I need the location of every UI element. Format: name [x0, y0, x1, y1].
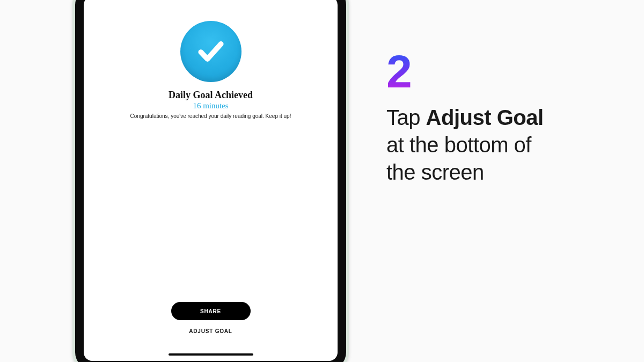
checkmark-badge: [180, 21, 241, 82]
instruction-panel: 2 Tap Adjust Goal at the bottom of the s…: [386, 48, 612, 187]
adjust-goal-button[interactable]: ADJUST GOAL: [84, 328, 338, 334]
instruction-line-3: the screen: [386, 160, 484, 184]
instruction-prefix: Tap: [386, 106, 426, 129]
instruction-line-2: at the bottom of: [386, 133, 531, 157]
home-indicator: [169, 353, 253, 356]
achievement-badge-wrap: [84, 21, 338, 82]
share-button[interactable]: SHARE: [171, 302, 251, 320]
ipad-screen: Daily Goal Achieved 16 minutes Congratul…: [84, 0, 338, 361]
goal-minutes: 16 minutes: [84, 101, 338, 110]
goal-achieved-screen: Daily Goal Achieved 16 minutes Congratul…: [84, 0, 338, 361]
tutorial-slide: Daily Goal Achieved 16 minutes Congratul…: [0, 0, 644, 362]
goal-congrats-text: Congratulations, you've reached your dai…: [84, 113, 338, 119]
instruction-text: Tap Adjust Goal at the bottom of the scr…: [386, 104, 612, 187]
ipad-device-frame: Daily Goal Achieved 16 minutes Congratul…: [72, 0, 349, 362]
goal-title: Daily Goal Achieved: [84, 90, 338, 101]
step-number: 2: [386, 48, 612, 94]
checkmark-icon: [196, 36, 226, 67]
instruction-bold: Adjust Goal: [426, 106, 544, 129]
ipad-bezel: Daily Goal Achieved 16 minutes Congratul…: [75, 0, 346, 362]
